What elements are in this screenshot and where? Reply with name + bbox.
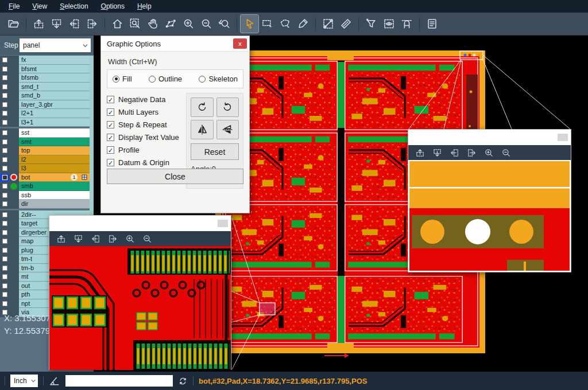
popup-window-button[interactable] bbox=[218, 220, 228, 227]
dialog-titlebar[interactable]: Graphic Options x bbox=[101, 36, 249, 52]
layer-visibility-checkbox[interactable] bbox=[0, 200, 9, 209]
layer-row-sst[interactable]: sst bbox=[0, 128, 94, 138]
layer-row-l3+1[interactable]: l3+1 bbox=[0, 118, 94, 127]
checkbox-step-repeat[interactable]: ✓Step & Repeat bbox=[107, 118, 181, 131]
layer-visibility-checkbox[interactable] bbox=[0, 118, 9, 127]
menu-help[interactable]: Help bbox=[131, 1, 158, 11]
box-left-button[interactable] bbox=[450, 148, 459, 158]
open-button[interactable] bbox=[5, 15, 22, 33]
layer-visibility-checkbox[interactable] bbox=[0, 246, 9, 255]
layer-row-fx[interactable]: fx bbox=[0, 56, 94, 65]
dialog-close-button[interactable]: x bbox=[233, 38, 247, 49]
box-right-button[interactable] bbox=[467, 148, 477, 158]
layer-row-layer_3.gbr[interactable]: layer_3.gbr bbox=[0, 100, 94, 110]
zoom-source-marker-center[interactable] bbox=[260, 303, 275, 315]
layer-visibility-checkbox[interactable] bbox=[0, 219, 9, 228]
zoom-poly-button[interactable] bbox=[162, 15, 180, 33]
popup-viewport[interactable] bbox=[49, 246, 231, 370]
zoom-in-button[interactable] bbox=[180, 15, 198, 33]
layer-visibility-checkbox[interactable] bbox=[0, 237, 9, 246]
layer-visibility-checkbox[interactable] bbox=[0, 146, 9, 155]
layer-row-bot[interactable]: bot1 bbox=[0, 173, 94, 182]
flip-v-button[interactable] bbox=[216, 120, 239, 139]
layer-visibility-checkbox[interactable] bbox=[0, 210, 9, 220]
zoom-in-button[interactable] bbox=[125, 234, 135, 244]
zoom-prev-button[interactable] bbox=[215, 15, 233, 33]
angle-measure-icon[interactable] bbox=[49, 375, 60, 387]
layer-row-l2+1[interactable]: l2+1 bbox=[0, 109, 94, 118]
layer-visibility-checkbox[interactable] bbox=[0, 255, 9, 264]
layer-visibility-checkbox[interactable] bbox=[0, 264, 9, 273]
measure-button[interactable] bbox=[319, 15, 337, 33]
pan-button[interactable] bbox=[144, 15, 162, 33]
checkbox-display-text-value[interactable]: ✓Display Text Value bbox=[107, 131, 181, 143]
box-up-button[interactable] bbox=[415, 148, 425, 158]
ruler-button[interactable] bbox=[337, 15, 355, 33]
layer-visibility-checkbox[interactable] bbox=[0, 73, 9, 83]
menu-view[interactable]: View bbox=[26, 1, 53, 11]
zoom-in-button[interactable] bbox=[484, 148, 494, 158]
layer-row-top[interactable]: top bbox=[0, 146, 94, 155]
zoom-out-button[interactable] bbox=[501, 148, 511, 158]
popup-window-button[interactable] bbox=[558, 134, 568, 141]
layer-row-bfsmt[interactable]: bfsmt bbox=[0, 65, 94, 74]
layer-row-l2[interactable]: l2 bbox=[0, 155, 94, 165]
layer-visibility-checkbox[interactable] bbox=[0, 109, 9, 118]
layer-visibility-checkbox[interactable] bbox=[0, 65, 9, 74]
sync-icon[interactable] bbox=[178, 376, 188, 386]
unit-select[interactable]: Inch bbox=[10, 375, 38, 387]
layer-visibility-checkbox[interactable] bbox=[0, 299, 9, 309]
layer-visibility-checkbox[interactable] bbox=[0, 228, 9, 237]
radio-outline[interactable]: Outline bbox=[149, 75, 182, 83]
layer-visibility-checkbox[interactable] bbox=[0, 173, 9, 182]
layer-visibility-checkbox[interactable] bbox=[0, 290, 9, 299]
layer-visibility-checkbox[interactable] bbox=[0, 282, 9, 291]
layer-visibility-checkbox[interactable] bbox=[0, 128, 9, 138]
checkbox-datum-origin[interactable]: ✓Datum & Origin bbox=[107, 156, 181, 169]
popup-titlebar[interactable] bbox=[408, 130, 571, 145]
layer-visibility-checkbox[interactable] bbox=[0, 272, 9, 282]
select-rect-button[interactable] bbox=[258, 15, 276, 33]
radio-skeleton[interactable]: Skeleton bbox=[199, 75, 238, 83]
magnet-button[interactable] bbox=[398, 15, 416, 33]
zoom-out-button[interactable] bbox=[198, 15, 215, 33]
box-down-button[interactable] bbox=[432, 148, 442, 158]
menu-options[interactable]: Options bbox=[95, 1, 131, 11]
layer-row-bfsmb[interactable]: bfsmb bbox=[0, 73, 94, 83]
select-poly-button[interactable] bbox=[276, 15, 294, 33]
layer-row-l3[interactable]: l3 bbox=[0, 164, 94, 173]
box-up-button[interactable] bbox=[56, 234, 66, 244]
rotate-ccw-button[interactable] bbox=[216, 98, 239, 117]
box-left-button[interactable] bbox=[91, 234, 100, 244]
layer-visibility-checkbox[interactable] bbox=[0, 138, 9, 147]
layer-row-smd_b[interactable]: smd_b bbox=[0, 91, 94, 100]
layer-visibility-checkbox[interactable] bbox=[0, 100, 9, 110]
rotate-cw-button[interactable] bbox=[191, 98, 214, 117]
layer-row-ssb[interactable]: ssb bbox=[0, 191, 94, 200]
checkbox-multi-layers[interactable]: ✓Multi Layers bbox=[107, 106, 181, 118]
box-right-button[interactable] bbox=[108, 234, 118, 244]
layer-row-smd_t[interactable]: smd_t bbox=[0, 83, 94, 92]
box-left-button[interactable] bbox=[65, 15, 83, 33]
layer-visibility-checkbox[interactable] bbox=[0, 56, 9, 65]
box-down-button[interactable] bbox=[48, 15, 65, 33]
brush-button[interactable] bbox=[294, 15, 312, 33]
popup-titlebar[interactable] bbox=[49, 216, 231, 231]
layer-row-dir[interactable]: dir bbox=[0, 200, 94, 209]
zoom-out-button[interactable] bbox=[142, 234, 152, 244]
layer-row-smb[interactable]: smb bbox=[0, 182, 94, 191]
close-button[interactable]: Close bbox=[107, 169, 243, 184]
box-down-button[interactable] bbox=[74, 234, 83, 244]
select-button[interactable] bbox=[241, 15, 258, 33]
popup-viewport[interactable] bbox=[408, 160, 571, 272]
reset-button[interactable]: Reset bbox=[191, 143, 239, 160]
menu-selection[interactable]: Selection bbox=[53, 1, 94, 11]
zoom-region-button[interactable] bbox=[126, 15, 144, 33]
report-button[interactable] bbox=[423, 15, 441, 33]
step-select[interactable]: panel bbox=[20, 38, 91, 52]
layer-row-smt[interactable]: smt bbox=[0, 138, 94, 147]
layer-visibility-checkbox[interactable] bbox=[0, 83, 9, 92]
checkbox-profile[interactable]: ✓Profile bbox=[107, 143, 181, 156]
box-right-button[interactable] bbox=[83, 15, 101, 33]
menu-file[interactable]: File bbox=[2, 1, 26, 11]
